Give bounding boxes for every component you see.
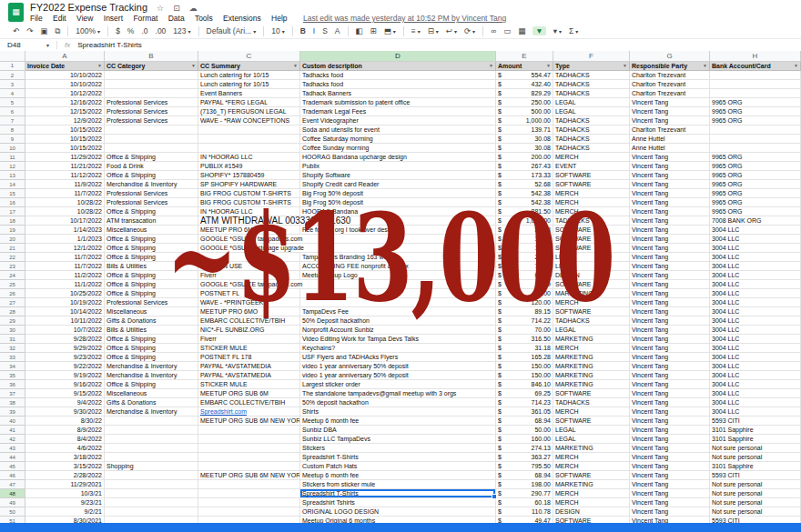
- menu-help[interactable]: Help: [271, 14, 287, 23]
- cell-d14[interactable]: Shopify Credit card Reader: [300, 180, 496, 189]
- cell-a27[interactable]: 10/19/2022: [25, 298, 105, 307]
- row-header-42[interactable]: 42: [0, 435, 25, 444]
- cell-e23[interactable]: $75.00: [496, 262, 553, 271]
- cell-e30[interactable]: $70.00: [496, 326, 553, 335]
- cell-c49[interactable]: [198, 498, 300, 507]
- cell-f42[interactable]: LEGAL: [553, 435, 630, 444]
- redo-icon[interactable]: ↷: [26, 26, 33, 35]
- row-header-30[interactable]: 30: [0, 326, 25, 335]
- cell-c11[interactable]: IN *HOORAG LLC: [198, 153, 300, 162]
- cell-e16[interactable]: $542.38: [496, 198, 553, 207]
- spreadsheet-grid[interactable]: ABCDEFGH1Invoice Date▼CC Category▼CC Sum…: [0, 51, 801, 532]
- strikethrough-button[interactable]: S: [322, 26, 328, 35]
- cell-d46[interactable]: Meetup 6 month fee: [300, 471, 496, 480]
- cell-c2[interactable]: Lunch catering for 10/15: [198, 71, 300, 80]
- cell-h6[interactable]: 9965 ORG: [710, 107, 801, 116]
- cell-c31[interactable]: Fiverr: [198, 335, 300, 344]
- format-percent-icon[interactable]: %: [127, 26, 135, 35]
- cell-b20[interactable]: Office & Shipping: [105, 235, 198, 244]
- menu-view[interactable]: View: [76, 14, 93, 23]
- format-currency-icon[interactable]: $: [116, 26, 120, 35]
- cell-g11[interactable]: Vincent Tang: [630, 153, 710, 162]
- cell-d2[interactable]: Tadhacks food: [300, 71, 496, 80]
- cell-c12[interactable]: PUBLIX #1549: [198, 162, 300, 171]
- row-header-33[interactable]: 33: [0, 353, 25, 362]
- column-header-f[interactable]: F: [553, 51, 630, 62]
- cell-f16[interactable]: MERCH: [553, 198, 630, 207]
- cell-d20[interactable]: [300, 235, 496, 244]
- cell-e25[interactable]: $8.99: [496, 280, 553, 289]
- more-formats-select[interactable]: 123▾: [173, 26, 190, 35]
- cell-d37[interactable]: The standalone tampadevs@gmail meetup wi…: [300, 389, 496, 398]
- borders-icon[interactable]: ⊞: [370, 26, 377, 35]
- cell-f20[interactable]: SOFTWARE: [553, 235, 630, 244]
- cell-b3[interactable]: [105, 80, 198, 89]
- cell-c3[interactable]: Lunch catering for 10/15: [198, 80, 300, 89]
- cell-a24[interactable]: 11/2/2022: [25, 271, 105, 280]
- cell-d45[interactable]: Custom Patch Hats: [300, 462, 496, 471]
- cell-f36[interactable]: MARKETING: [553, 380, 630, 389]
- cell-h2[interactable]: [710, 71, 801, 80]
- cell-e8[interactable]: $139.71: [496, 125, 553, 135]
- row-header-9[interactable]: 9: [0, 135, 25, 144]
- cell-e12[interactable]: $267.43: [496, 162, 553, 171]
- cell-h18[interactable]: 7008 BANK ORG: [710, 216, 801, 226]
- cell-e46[interactable]: $68.94: [496, 471, 553, 480]
- cell-d34[interactable]: video 1 year anniversary 50% deposit: [300, 362, 496, 371]
- cell-d7[interactable]: Event Videographer: [300, 116, 496, 125]
- cell-b8[interactable]: [105, 125, 198, 135]
- cell-c24[interactable]: Fiverr: [198, 271, 300, 280]
- cell-h37[interactable]: 3004 LLC: [710, 389, 801, 398]
- cell-h24[interactable]: 3004 LLC: [710, 271, 801, 280]
- cell-e37[interactable]: $69.25: [496, 389, 553, 398]
- cell-e50[interactable]: $110.78: [496, 507, 553, 517]
- cell-a47[interactable]: 11/29/2021: [25, 480, 105, 489]
- cell-h29[interactable]: 3004 LLC: [710, 316, 801, 326]
- row-header-46[interactable]: 46: [0, 471, 25, 480]
- cell-e14[interactable]: $52.68: [496, 180, 553, 189]
- cell-h45[interactable]: 3101 Sapphire: [710, 462, 801, 471]
- cell-e40[interactable]: $68.94: [496, 417, 553, 426]
- row-header-41[interactable]: 41: [0, 426, 25, 435]
- cell-h20[interactable]: 3004 LLC: [710, 235, 801, 244]
- cell-a20[interactable]: 1/1/2023: [25, 235, 105, 244]
- cell-d29[interactable]: 50% Deposit hackathon: [300, 316, 496, 326]
- row-header-50[interactable]: 50: [0, 507, 25, 517]
- cell-f2[interactable]: TADHACKS: [553, 71, 630, 80]
- filter-icon[interactable]: ▼: [794, 62, 798, 70]
- column-header-a[interactable]: A: [25, 51, 105, 62]
- cell-a18[interactable]: 10/17/2022: [25, 216, 105, 226]
- cell-h34[interactable]: 3004 LLC: [710, 362, 801, 371]
- cell-d42[interactable]: Sunbiz LLC TampaDevs: [300, 435, 496, 444]
- cell-a15[interactable]: 11/7/2022: [25, 189, 105, 198]
- cell-a11[interactable]: 11/29/2022: [25, 153, 105, 162]
- cell-h10[interactable]: [710, 144, 801, 153]
- column-header-b[interactable]: B: [105, 51, 198, 62]
- cell-b4[interactable]: [105, 89, 198, 98]
- cell-h30[interactable]: 3004 LLC: [710, 326, 801, 335]
- row-header-29[interactable]: 29: [0, 316, 25, 326]
- row-header-32[interactable]: 32: [0, 344, 25, 353]
- row-header-26[interactable]: 26: [0, 289, 25, 298]
- cell-g15[interactable]: Vincent Tang: [630, 189, 710, 198]
- cell-e13[interactable]: $173.33: [496, 171, 553, 180]
- cell-b48[interactable]: [105, 489, 198, 498]
- filter-header-cell[interactable]: CC Summary▼: [198, 62, 300, 71]
- row-header-17[interactable]: 17: [0, 207, 25, 216]
- cell-a37[interactable]: 9/15/2022: [25, 389, 105, 398]
- cell-e33[interactable]: $165.28: [496, 353, 553, 362]
- row-header-10[interactable]: 10: [0, 144, 25, 153]
- select-all-corner[interactable]: [0, 51, 25, 62]
- cell-c32[interactable]: STICKER MULE: [198, 344, 300, 353]
- cell-c48[interactable]: [198, 489, 300, 498]
- text-color-button[interactable]: A: [335, 26, 340, 35]
- cell-h35[interactable]: 3004 LLC: [710, 371, 801, 380]
- cell-d38[interactable]: 50% deposit hackathon: [300, 398, 496, 407]
- cell-f48[interactable]: MERCH: [553, 489, 630, 498]
- row-header-14[interactable]: 14: [0, 180, 25, 189]
- cell-e26[interactable]: $45.00: [496, 289, 553, 298]
- cell-e17[interactable]: $881.50: [496, 207, 553, 216]
- row-header-12[interactable]: 12: [0, 162, 25, 171]
- cell-f14[interactable]: SOFTWARE: [553, 180, 630, 189]
- cell-e22[interactable]: $23.10: [496, 253, 553, 262]
